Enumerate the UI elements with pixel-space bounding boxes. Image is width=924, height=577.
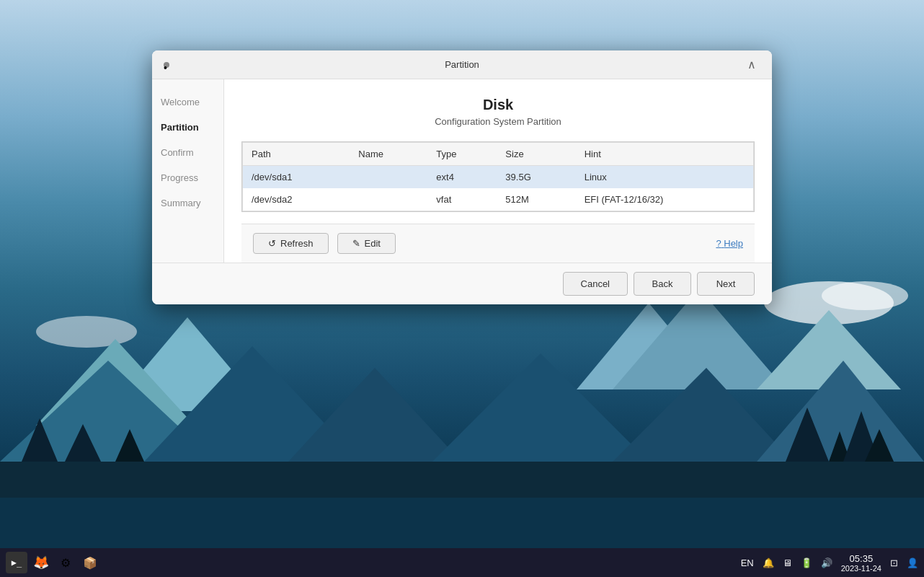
- content-title: Disk: [241, 97, 755, 113]
- cell-hint: Linux: [576, 166, 754, 189]
- cell-type: ext4: [427, 166, 497, 189]
- cell-size: 512M: [497, 188, 575, 211]
- dialog-titlebar: • Partition ∧: [152, 50, 772, 79]
- col-type: Type: [427, 143, 497, 166]
- taskbar-bell-icon[interactable]: 🔔: [763, 558, 774, 568]
- cell-path: /dev/sda2: [243, 188, 350, 211]
- taskbar-right: EN 🔔 🖥 🔋 🔊 05:35 2023-11-24 ⊡ 👤: [741, 553, 918, 573]
- taskbar-time: 05:35 2023-11-24: [841, 553, 881, 573]
- col-size: Size: [497, 143, 575, 166]
- table-row[interactable]: /dev/sda2 vfat 512M EFI (FAT-12/16/32): [243, 188, 754, 211]
- firefox-icon: 🦊: [33, 555, 49, 571]
- sidebar-item-welcome[interactable]: Welcome: [152, 91, 223, 113]
- taskbar-user-icon[interactable]: 👤: [907, 558, 918, 568]
- dialog-dot: •: [164, 62, 169, 68]
- refresh-button[interactable]: ↺ Refresh: [253, 233, 329, 254]
- table-row[interactable]: /dev/sda1 ext4 39.5G Linux: [243, 166, 754, 189]
- edit-label: Edit: [365, 238, 381, 249]
- taskbar-icon-package[interactable]: 📦: [79, 552, 101, 573]
- package-icon: 📦: [83, 556, 97, 570]
- taskbar-battery-icon[interactable]: 🔋: [801, 558, 812, 568]
- dialog-body: Welcome Partition Confirm Progress Summa…: [152, 79, 772, 263]
- edit-button[interactable]: ✎ Edit: [337, 233, 396, 254]
- taskbar-icon-terminal[interactable]: ▶_: [6, 552, 27, 573]
- partition-table-container: Path Name Type Size Hint /dev/sda1 ext4: [241, 141, 755, 212]
- help-icon: ?: [716, 238, 721, 249]
- sidebar: Welcome Partition Confirm Progress Summa…: [152, 79, 224, 263]
- sidebar-item-progress[interactable]: Progress: [152, 167, 223, 189]
- cell-name: [350, 166, 427, 189]
- refresh-icon: ↺: [268, 238, 276, 249]
- cell-hint: EFI (FAT-12/16/32): [576, 188, 754, 211]
- sidebar-item-partition[interactable]: Partition: [152, 116, 223, 138]
- content-subtitle: Configuration System Partition: [241, 116, 755, 127]
- help-button[interactable]: ? Help: [716, 234, 743, 253]
- installer-icon: ⚙: [61, 556, 71, 570]
- help-label: Help: [724, 238, 743, 249]
- taskbar-icon-firefox[interactable]: 🦊: [30, 552, 52, 573]
- partition-table: Path Name Type Size Hint /dev/sda1 ext4: [242, 142, 754, 211]
- cell-type: vfat: [427, 188, 497, 211]
- cell-size: 39.5G: [497, 166, 575, 189]
- nav-buttons-area: Cancel Back Next: [152, 263, 772, 304]
- main-content: Disk Configuration System Partition Path…: [224, 79, 772, 263]
- cell-path: /dev/sda1: [243, 166, 350, 189]
- taskbar-clock: 05:35: [850, 553, 874, 564]
- back-button[interactable]: Back: [634, 272, 691, 296]
- taskbar-display-icon[interactable]: 🖥: [783, 558, 792, 568]
- dialog-close-button[interactable]: ∧: [743, 56, 760, 73]
- taskbar-icon-installer[interactable]: ⚙: [55, 552, 76, 573]
- sidebar-item-confirm[interactable]: Confirm: [152, 141, 223, 164]
- dialog-title: Partition: [445, 59, 479, 70]
- taskbar-volume-icon[interactable]: 🔊: [821, 558, 832, 568]
- sidebar-item-summary[interactable]: Summary: [152, 192, 223, 214]
- taskbar-screen-icon[interactable]: ⊡: [890, 558, 898, 568]
- col-hint: Hint: [576, 143, 754, 166]
- terminal-icon: ▶_: [12, 558, 22, 568]
- content-header: Disk Configuration System Partition: [241, 97, 755, 127]
- taskbar-lang[interactable]: EN: [741, 558, 754, 568]
- action-buttons-area: ↺ Refresh ✎ Edit ? Help: [241, 224, 755, 263]
- col-name: Name: [350, 143, 427, 166]
- taskbar-date: 2023-11-24: [841, 564, 881, 573]
- partition-dialog: • Partition ∧ Welcome Partition Confirm …: [152, 50, 772, 304]
- cell-name: [350, 188, 427, 211]
- next-button[interactable]: Next: [697, 272, 755, 296]
- edit-icon: ✎: [352, 238, 360, 249]
- col-path: Path: [243, 143, 350, 166]
- taskbar: ▶_ 🦊 ⚙ 📦 EN 🔔 🖥 🔋 🔊 05:35 2023-11-24 ⊡ 👤: [0, 548, 924, 577]
- cancel-button[interactable]: Cancel: [563, 272, 628, 296]
- refresh-label: Refresh: [280, 238, 314, 249]
